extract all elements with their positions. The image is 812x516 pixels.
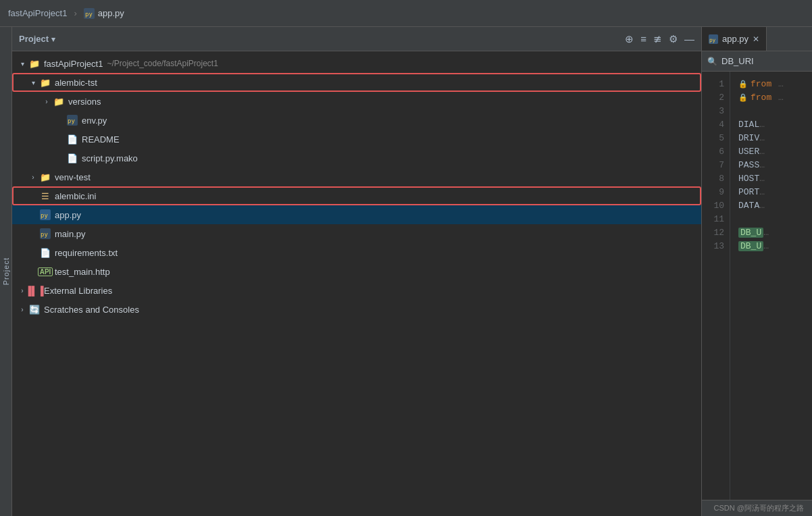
line-num-6: 6 [702,145,730,158]
project-panel: Project ▾ ⊕ ≡ ≢ ⚙ — ▾ 📁 fastApiProject1 … [12,27,701,516]
code-text-9: PORT [738,187,759,197]
file-tree: ▾ 📁 fastApiProject1 ~/Project_code/fastA… [12,51,701,516]
locate-icon[interactable]: ⊕ [625,33,634,45]
chevron-right-icon: › [18,305,27,314]
tree-root[interactable]: ▾ 📁 fastApiProject1 ~/Project_code/fastA… [12,54,701,73]
item-label-script: script.py.mako [82,153,138,163]
lock-icon-2: 🔒 [738,93,748,102]
config-file-icon: ☰ [39,190,51,202]
editor-panel: py app.py ✕ 🔍 DB_URI 1 2 3 4 5 6 7 8 9 [701,27,812,516]
status-bar: CSDN @阿汤哥的程序之路 [702,500,812,516]
http-file-icon: API [39,265,51,278]
python-file-icon: py [39,228,51,240]
tree-item-test-main-http[interactable]: API test_main.http [12,262,701,281]
settings-icon[interactable]: ⚙ [669,33,678,45]
item-label-test-main-http: test_main.http [55,267,110,277]
code-rest-2: … [773,93,784,103]
search-query: DB_URI [721,56,754,66]
tree-item-versions[interactable]: › 📁 versions [12,92,701,111]
chevron-down-icon: ▾ [18,59,27,68]
tree-item-app-py[interactable]: py app.py [12,205,701,224]
line-num-9: 9 [702,185,730,199]
root-label: fastApiProject1 [44,59,103,69]
svg-text:py: py [41,231,48,238]
tree-item-readme[interactable]: 📄 README [12,130,701,149]
item-label-alembic-tst: alembic-tst [55,78,97,88]
scratches-icon: 🔄 [28,303,41,315]
code-text-8: HOST [738,174,759,184]
code-text-5: DRIV [738,133,759,143]
item-label-venv: venv-test [55,172,91,182]
line-num-4: 4 [702,118,730,131]
code-line-4: DIAL … [738,118,812,131]
keyword-from-2: from [751,93,771,103]
item-label-alembic-ini: alembic.ini [55,191,96,201]
side-tab-project[interactable]: Project [0,27,12,516]
line-num-12: 12 [702,226,730,239]
tree-item-venv[interactable]: › 📁 venv-test [12,167,701,186]
tree-item-alembic-ini[interactable]: ☰ alembic.ini [12,186,701,205]
code-line-8: HOST … [738,172,812,185]
item-label-app-py: app.py [55,210,81,220]
code-highlight-12: DB_U [738,228,763,238]
line-num-7: 7 [702,158,730,172]
code-area: 1 2 3 4 5 6 7 8 9 10 11 12 13 🔒 from … [702,72,812,500]
line-num-2: 2 [702,91,730,104]
lock-icon-1: 🔒 [738,80,748,88]
panel-header: Project ▾ ⊕ ≡ ≢ ⚙ — [12,27,701,51]
code-text-4: DIAL [738,120,759,130]
root-path: ~/Project_code/fastApiProject1 [107,59,218,68]
code-line-10: DATA … [738,199,812,212]
line-num-1: 1 [702,77,730,91]
svg-text:py: py [41,212,48,219]
folder-icon: 📁 [53,95,65,107]
code-line-11 [738,212,812,226]
tree-item-requirements[interactable]: 📄 requirements.txt [12,243,701,262]
main-layout: Project Project ▾ ⊕ ≡ ≢ ⚙ — ▾ 📁 fastAp [0,27,812,516]
status-text: CSDN @阿汤哥的程序之路 [714,503,804,513]
line-num-11: 11 [702,212,730,226]
sort-icon[interactable]: ≢ [653,33,662,45]
editor-tabs: py app.py ✕ [702,27,812,51]
file-name: app.py [98,8,124,18]
line-num-3: 3 [702,104,730,118]
code-line-1: 🔒 from … [738,77,812,91]
code-line-6: USER … [738,145,812,158]
editor-tab-app-py[interactable]: py app.py ✕ [702,27,767,51]
tree-item-script[interactable]: 📄 script.py.mako [12,149,701,167]
code-line-2: 🔒 from … [738,91,812,104]
search-icon: 🔍 [707,57,717,66]
folder-icon: 📁 [39,76,51,88]
code-line-13: DB_U … [738,239,812,253]
tree-item-scratches[interactable]: › 🔄 Scratches and Consoles [12,300,701,319]
code-line-9: PORT … [738,185,812,199]
folder-icon: 📁 [28,57,41,70]
svg-text:py: py [709,36,716,43]
project-breadcrumb: fastApiProject1 [8,8,67,18]
tree-item-env-py[interactable]: py env.py [12,111,701,130]
python-file-icon: py [39,209,51,221]
doc-file-icon: 📄 [66,152,78,164]
doc-file-icon: 📄 [66,133,78,145]
item-label-external-libraries: External Libraries [44,286,112,296]
external-libraries-icon: ▐▌▐ [28,284,41,296]
code-line-3 [738,104,812,118]
line-num-8: 8 [702,172,730,185]
tree-item-external-libraries[interactable]: › ▐▌▐ External Libraries [12,281,701,300]
line-num-5: 5 [702,131,730,145]
tab-label: app.py [722,34,748,44]
tree-item-main-py[interactable]: py main.py [12,224,701,243]
python-file-icon: py [66,114,78,126]
line-num-10: 10 [702,199,730,212]
chevron-down-icon: ▾ [28,78,38,87]
code-line-12: DB_U … [738,226,812,239]
code-text-6: USER [738,147,759,157]
tree-item-alembic-tst[interactable]: ▾ 📁 alembic-tst [12,73,701,92]
tab-close-button[interactable]: ✕ [753,34,759,44]
file-breadcrumb: py app.py [84,8,124,19]
collapse-icon[interactable]: ≡ [640,33,646,45]
side-tab-label: Project [2,257,10,285]
minimize-icon[interactable]: — [684,33,694,45]
keyword-from-1: from [751,79,771,89]
code-line-7: PASS … [738,158,812,172]
